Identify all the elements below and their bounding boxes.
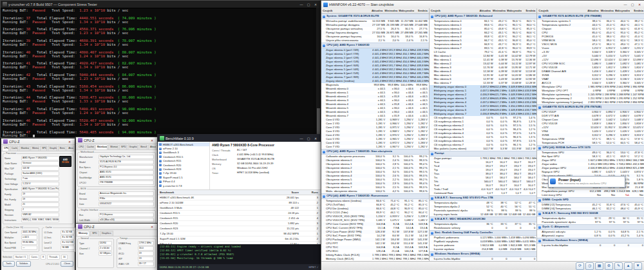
tab-graphics[interactable]: Graphics	[100, 231, 113, 236]
cpuz-titlebar[interactable]: CPU-Z	[1, 139, 75, 145]
reset-values-icon[interactable]	[576, 262, 584, 270]
tab-memory[interactable]: Memory	[30, 146, 39, 151]
table-row[interactable]: GeekBench 3 Multi48 1221	[158, 206, 321, 211]
customize-icon[interactable]	[614, 262, 623, 270]
sensor-row[interactable]: Aktywność zapisu0,8 %0,0 %41,2 %1,4 %	[537, 234, 644, 238]
tab-memory[interactable]: Memory	[108, 144, 118, 149]
close-button[interactable]	[312, 136, 319, 141]
sensor-group-header[interactable]: CPU [#0]: AMD Ryzen 7 5800X3D	[321, 43, 429, 48]
sensor-row[interactable]: Maks. obciążenie rdzenia100,0 %4,2 %100,…	[321, 189, 429, 193]
sensor-row[interactable]: Limit mocy GPUNieNieTakNie	[537, 193, 644, 197]
sensor-row[interactable]: Realokowane sektory0000	[430, 226, 537, 230]
sensor-row[interactable]: Łącznie wysłano214,8 MB0,0 MB214,8 MB108…	[430, 247, 537, 251]
tab-spd[interactable]: SPD	[40, 146, 47, 151]
tab-spd[interactable]: SPD	[119, 144, 127, 149]
sensor-value: 1,0 T	[522, 191, 536, 195]
sensor-row[interactable]: Command Rate1,0 T1,0 T1,0 T1,0 T	[430, 191, 537, 195]
table-row[interactable]: wPrime 2.10 1024M89.113 s2	[158, 200, 321, 206]
settings-icon[interactable]	[605, 262, 613, 270]
maximize-button[interactable]	[305, 2, 312, 7]
minimize-button[interactable]	[298, 2, 305, 7]
terminal-scrollbar[interactable]	[316, 8, 321, 137]
column-header: Maksymalna	[615, 8, 630, 13]
sensor-group-header[interactable]: System: GIGABYTE X570 AORUS ELITE	[321, 14, 429, 19]
sensor-group-header[interactable]: S.M.A.R.T.: Samsung SSD 970 EVO Plus 1TB	[430, 195, 537, 201]
sensor-row[interactable]: Użycie pliku stronicowania2,1 %2,0 %2,4 …	[321, 39, 429, 43]
sensor-row[interactable]: Moc pakietu (suma rdzeni)102,7 W3,3 W111…	[430, 147, 537, 151]
sensor-group-header[interactable]: GIGABYTE X570 AORUS ELITE (ITE IT8792E)	[537, 104, 644, 110]
maximize-button[interactable]	[629, 2, 636, 7]
close-button[interactable]: Close	[61, 261, 73, 267]
table-row[interactable]: Cinebench R205 892 pts3	[158, 221, 321, 226]
table-row[interactable]: Cinebench R152 451 cb4	[158, 216, 321, 221]
sensor-group-header[interactable]: S.M.A.R.T.: Samsung SSD 860 EVO 500GB	[537, 211, 644, 217]
close-button[interactable]	[149, 138, 155, 143]
move-up-icon[interactable]	[624, 262, 632, 270]
table-row[interactable]: SuperPi mod 1.5 32M6m 41.216s2	[158, 236, 321, 242]
maximize-button[interactable]	[305, 136, 312, 141]
column-header: Minimalna	[492, 8, 507, 13]
tab-caches[interactable]: Caches	[85, 144, 95, 149]
table-row[interactable]: HWBOT x265 Benchmark 4K28.441 fps3	[158, 195, 321, 200]
tab-mainboard[interactable]: Mainboard	[19, 146, 30, 151]
benchmark-icon	[159, 155, 162, 158]
cpuz-titlebar[interactable]: CPU-Z	[76, 224, 157, 230]
sensor-group-header[interactable]: Windows Hardware Errors (WHEA)	[537, 238, 644, 244]
sensor-group-title: Sieć: Realtek Gaming GbE Family Controll…	[435, 231, 493, 235]
tab-cpu[interactable]: CPU	[77, 144, 84, 149]
tab-about[interactable]: About	[66, 146, 74, 151]
tab-spd[interactable]: SPD	[90, 231, 99, 236]
cpuz-version: CPU-Z 2.03.1	[32, 263, 59, 265]
sensor-row[interactable]: Łączny zapis hosta12 408 GB12 391 GB12 4…	[430, 213, 537, 217]
table-row[interactable]: Cinebench R11.524.18 pts2	[158, 211, 321, 216]
move-down-icon[interactable]	[634, 262, 642, 270]
minimize-button[interactable]	[622, 2, 629, 7]
tab-bench[interactable]: Bench	[58, 146, 66, 151]
sensor-group-header[interactable]: Pamięć	[430, 151, 537, 157]
close-button[interactable]	[149, 224, 155, 229]
sensor-group-header[interactable]: DIMM: Czujniki SPD	[537, 197, 644, 203]
cpuz-titlebar[interactable]: CPU-Z	[76, 137, 157, 144]
sensor-row[interactable]: Core 7 VID1,281 V0,967 V1,294 V1,282 V	[321, 145, 429, 149]
sensor-group-header[interactable]: Windows Hardware Errors (WHEA)	[430, 251, 537, 257]
sensor-group-header[interactable]: CPU [#0]: AMD Ryzen 7 5800X3D: Stan obci…	[321, 149, 429, 155]
tab-caches[interactable]: Caches	[10, 146, 19, 151]
sensor-row[interactable]: Łączna liczba błędów0000	[537, 244, 644, 247]
sensor-group-header[interactable]: GIGABYTE X570 AORUS ELITE (ITE IT8688E)	[537, 14, 644, 19]
tab-graphics[interactable]: Graphics	[128, 144, 138, 149]
sensor-row[interactable]: Temperatura PCH58,5 °C52,0 °C60,5 °C58,4…	[537, 141, 644, 145]
close-button[interactable]	[636, 2, 643, 7]
terminal-body[interactable]: Running BdT: Passed Test Speed: 1.23 x 1…	[1, 8, 316, 137]
selection-dropdown[interactable]: Socket #1	[14, 255, 28, 260]
sensor-row[interactable]: DIMM [#4] Temperatura46,1 °C32,2 °C48,4 …	[537, 207, 644, 211]
sensor-group-header[interactable]: CPU [#0]: AMD Ryzen 7 5800X3D: Rozszerzo…	[321, 193, 429, 199]
tab-mainboard[interactable]: Mainboard	[95, 144, 108, 149]
sensor-group-header[interactable]: GPU [#0]: NVIDIA GeForce GTX 1070	[537, 145, 644, 151]
terminal-text: Passed	[32, 8, 45, 12]
table-row[interactable]: Cinebench R2315 211 pts2	[158, 226, 321, 231]
tools-button[interactable]: Tools	[3, 261, 15, 267]
close-button[interactable]	[66, 139, 73, 144]
graph-icon[interactable]	[595, 262, 603, 270]
sensor-row[interactable]: Pozostała żywotność dysku97 %97 %97 %97 …	[537, 220, 644, 224]
table-row[interactable]: 7-Zip 19.0098 452 MIPS1	[158, 231, 321, 236]
table-cell: 2	[301, 236, 321, 241]
tab-bench[interactable]: Bench	[138, 144, 147, 149]
benchmark-list-item[interactable]: y-cruncher 0.7.8	[158, 184, 209, 188]
sensor-label: Limit mocy GPU	[537, 193, 588, 197]
sensor-group-header[interactable]: Dysk: C: Aktywność	[537, 224, 644, 230]
scrollbar-thumb[interactable]	[317, 108, 320, 135]
close-button[interactable]	[312, 2, 319, 7]
sensor-group-header[interactable]: CPU [#0]: AMD Ryzen 7 5800X3D: Enhanced	[430, 14, 537, 19]
sensor-row[interactable]: Wentylator systemowy 5 (pompa)2 893 RPM2…	[537, 101, 644, 104]
polling-clock-icon[interactable]	[585, 262, 594, 270]
tab-cpu[interactable]: CPU	[2, 146, 9, 151]
minimize-button[interactable]	[298, 136, 305, 141]
sensor-group-header[interactable]: S.M.A.R.T.: WDC WD40EZRZ-00GXCB0	[430, 217, 537, 222]
tab-about[interactable]: About	[148, 144, 156, 149]
tab-graphics[interactable]: Graphics	[48, 146, 57, 151]
cores-label: Cores	[29, 255, 39, 260]
tab-memory[interactable]: Memory	[77, 231, 90, 236]
sensor-group-header[interactable]: Sieć: Realtek Gaming GbE Family Controll…	[430, 230, 537, 236]
validate-button[interactable]: Validate	[16, 261, 31, 267]
